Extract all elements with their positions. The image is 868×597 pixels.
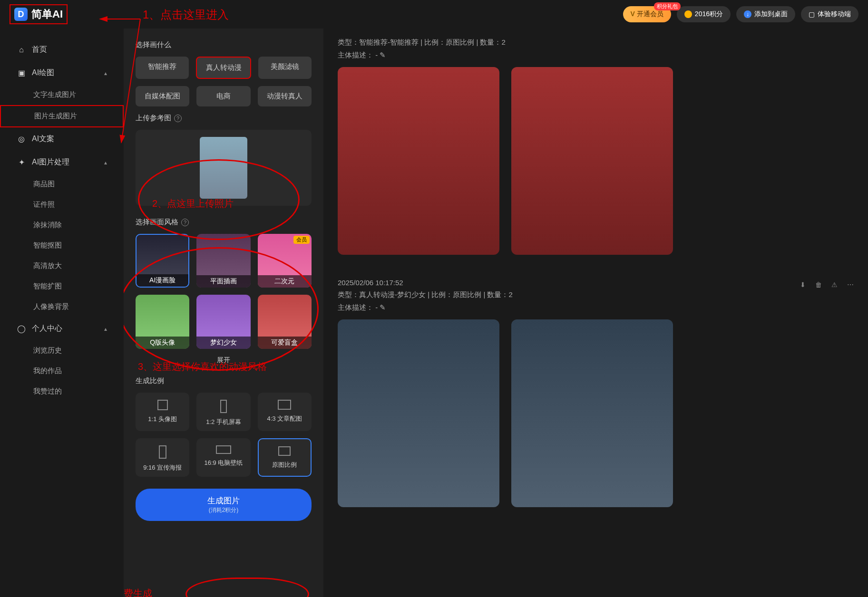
edit-icon[interactable]: ✎ xyxy=(380,303,386,311)
nav-p7[interactable]: 人像换背景 xyxy=(0,297,124,317)
ratio-icon xyxy=(159,445,166,459)
style-q[interactable]: Q版头像 xyxy=(136,295,189,348)
result-type: 类型：真人转动漫-梦幻少女 | 比例：原图比例 | 数量：2 xyxy=(338,290,854,299)
opt-media[interactable]: 自媒体配图 xyxy=(136,86,189,106)
annotation-ellipse-4 xyxy=(185,578,309,597)
coin-icon xyxy=(684,10,692,18)
help-icon[interactable]: ? xyxy=(174,115,182,122)
style-ai-manga[interactable]: AI漫画脸 xyxy=(136,234,189,288)
nav-u3[interactable]: 我赞过的 xyxy=(0,381,124,402)
result-type: 类型：智能推荐-智能推荐 | 比例：原图比例 | 数量：2 xyxy=(338,38,854,47)
result-desc: 主体描述： - ✎ xyxy=(338,303,854,312)
result-desc: 主体描述： - ✎ xyxy=(338,51,854,60)
generate-button[interactable]: 生成图片 (消耗2积分) xyxy=(136,489,312,521)
user-icon: ◯ xyxy=(17,324,26,334)
opt-beauty[interactable]: 美颜滤镜 xyxy=(258,57,312,79)
nav-p3[interactable]: 涂抹消除 xyxy=(0,215,124,235)
ratio-1-1[interactable]: 1:1 头像图 xyxy=(136,393,189,431)
download-icon: ↓ xyxy=(744,10,751,18)
topbar: D 简单AI 1、点击这里进入 积分礼包 V 开通会员 2016积分 ↓ 添加到… xyxy=(0,0,868,29)
ratio-icon xyxy=(220,400,227,413)
member-button[interactable]: 积分礼包 V 开通会员 xyxy=(623,6,671,22)
mobile-button[interactable]: ▢ 体验移动端 xyxy=(801,6,858,22)
nav-copy[interactable]: ◎AI文案 xyxy=(0,127,124,151)
nav-u1[interactable]: 浏览历史 xyxy=(0,340,124,361)
results-area: 类型：智能推荐-智能推荐 | 比例：原图比例 | 数量：2 主体描述： - ✎ … xyxy=(323,29,868,597)
logo[interactable]: D 简单AI xyxy=(10,4,68,24)
ratio-title: 生成比例 xyxy=(136,376,312,385)
expand-button[interactable]: 展开 xyxy=(136,356,312,365)
more-icon[interactable]: ⋯ xyxy=(847,281,854,289)
nav-imgproc[interactable]: ✦AI图片处理▴ xyxy=(0,151,124,174)
opt-anime2real[interactable]: 动漫转真人 xyxy=(258,86,312,106)
home-icon: ⌂ xyxy=(17,45,26,55)
warning-icon[interactable]: ⚠ xyxy=(831,281,838,289)
upload-area[interactable] xyxy=(136,130,312,206)
ratio-9-16[interactable]: 9:16 宣传海报 xyxy=(136,438,189,477)
ratio-4-3[interactable]: 4:3 文章配图 xyxy=(258,393,312,431)
tools-icon: ✦ xyxy=(17,158,26,167)
style-flat[interactable]: 平面插画 xyxy=(196,234,250,288)
logo-text: 简单AI xyxy=(31,7,63,21)
nav-u2[interactable]: 我的作品 xyxy=(0,361,124,381)
nav-p5[interactable]: 高清放大 xyxy=(0,256,124,276)
result-image[interactable] xyxy=(338,319,499,507)
upload-title: 上传参考图? xyxy=(136,114,312,123)
edit-icon[interactable]: ✎ xyxy=(380,51,386,59)
choose-title: 选择画什么 xyxy=(136,40,312,49)
ratio-icon xyxy=(278,400,291,410)
ratio-1-2[interactable]: 1:2 手机屏幕 xyxy=(196,393,250,431)
chevron-up-icon: ▴ xyxy=(104,326,107,332)
opt-smart[interactable]: 智能推荐 xyxy=(136,57,189,79)
nav-personal[interactable]: ◯个人中心▴ xyxy=(0,317,124,340)
nav-p2[interactable]: 证件照 xyxy=(0,194,124,215)
opt-real2anime[interactable]: 真人转动漫 xyxy=(196,57,251,79)
style-2d[interactable]: 会员二次元 xyxy=(258,234,312,288)
nav-p6[interactable]: 智能扩图 xyxy=(0,276,124,297)
annotation-1: 1、点击这里进入 xyxy=(143,7,229,22)
ratio-icon xyxy=(216,445,231,454)
nav-p1[interactable]: 商品图 xyxy=(0,174,124,194)
uploaded-image xyxy=(200,137,247,199)
ratio-icon xyxy=(157,400,168,410)
result-image[interactable] xyxy=(511,67,673,255)
nav-p4[interactable]: 智能抠图 xyxy=(0,235,124,256)
ai-icon: ◎ xyxy=(17,135,26,144)
nav-txt2img[interactable]: 文字生成图片 xyxy=(0,85,124,105)
nav-home[interactable]: ⌂首页 xyxy=(0,38,124,61)
logo-icon: D xyxy=(14,8,28,21)
delete-icon[interactable]: 🗑 xyxy=(815,281,822,289)
gift-badge: 积分礼包 xyxy=(654,2,681,10)
sidebar: ⌂首页 ▣AI绘图▴ 文字生成图片 图片生成图片 ◎AI文案 ✦AI图片处理▴ … xyxy=(0,29,124,597)
annotation-4: 点这里免费生成 xyxy=(124,587,152,597)
result-block-2: 2025/02/06 10:17:52 ⬇ 🗑 ⚠ ⋯ 类型：真人转动漫-梦幻少… xyxy=(338,279,854,507)
chevron-up-icon: ▴ xyxy=(104,159,107,166)
ratio-orig[interactable]: 原图比例 xyxy=(258,438,312,477)
chevron-up-icon: ▴ xyxy=(104,70,107,77)
ratio-16-9[interactable]: 16:9 电脑壁纸 xyxy=(196,438,250,477)
result-image[interactable] xyxy=(338,67,499,255)
style-dream[interactable]: 梦幻少女 xyxy=(196,295,250,348)
ratio-icon xyxy=(278,446,291,456)
result-block-1: 类型：智能推荐-智能推荐 | 比例：原图比例 | 数量：2 主体描述： - ✎ xyxy=(338,38,854,255)
vip-badge: 会员 xyxy=(293,236,310,244)
add-desktop-button[interactable]: ↓ 添加到桌面 xyxy=(736,6,795,22)
result-image[interactable] xyxy=(511,319,673,507)
download-icon[interactable]: ⬇ xyxy=(800,281,806,289)
mobile-icon: ▢ xyxy=(809,10,815,18)
control-panel: 选择画什么 智能推荐 真人转动漫 美颜滤镜 自媒体配图 电商 动漫转真人 上传参… xyxy=(124,29,323,597)
nav-draw[interactable]: ▣AI绘图▴ xyxy=(0,61,124,85)
result-time: 2025/02/06 10:17:52 xyxy=(338,279,403,287)
nav-img2img[interactable]: 图片生成图片 xyxy=(0,105,124,127)
style-title: 选择画面风格? xyxy=(136,218,312,227)
style-cute[interactable]: 可爱盲盒 xyxy=(258,295,312,348)
help-icon[interactable]: ? xyxy=(181,219,189,226)
opt-ecom[interactable]: 电商 xyxy=(196,86,250,106)
points-button[interactable]: 2016积分 xyxy=(677,6,731,22)
image-icon: ▣ xyxy=(17,68,26,78)
